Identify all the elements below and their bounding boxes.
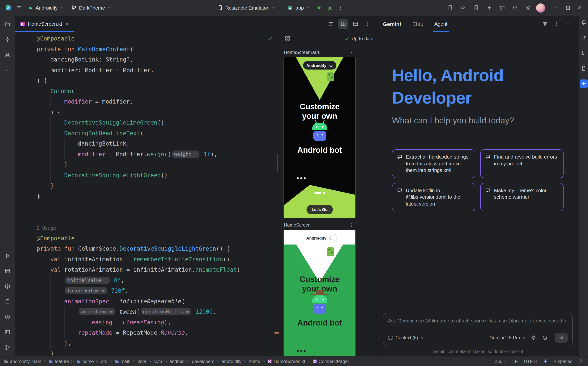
breadcrumb-developers[interactable]: developers xyxy=(192,358,214,364)
more-run-actions-button[interactable] xyxy=(336,3,345,13)
code-line[interactable]: targetValue = 720f, xyxy=(37,286,279,296)
main-menu-button[interactable] xyxy=(14,3,24,13)
preview-options-button[interactable] xyxy=(348,221,355,229)
code-line[interactable]: modifier: Modifier = Modifier, xyxy=(37,65,279,76)
gemini-prompt-box[interactable]: Ask Gemini, use @filename to attach sour… xyxy=(383,313,573,346)
run-configuration-selector[interactable]: app xyxy=(284,3,313,13)
file-encoding[interactable]: UTF-8 xyxy=(524,358,537,364)
gemini-more-button[interactable] xyxy=(551,19,561,29)
code-line[interactable]: Column( xyxy=(37,86,279,97)
send-button[interactable] xyxy=(555,333,568,343)
code-view-toggle[interactable] xyxy=(326,19,336,29)
code-line[interactable]: animation = tween(durationMillis = 12000… xyxy=(37,307,279,317)
editor-scrollbar-thumb[interactable] xyxy=(277,153,278,172)
gemini-toolbar-button[interactable] xyxy=(484,3,494,13)
indent-setting[interactable]: 4 spaces xyxy=(554,358,572,364)
code-line[interactable]: repeatMode = RepeatMode.Reverse, xyxy=(37,328,279,338)
code-line[interactable]: dancingBotLink, xyxy=(37,139,279,149)
commit-tool-window-button[interactable] xyxy=(2,34,13,45)
running-devices-tool-window-button[interactable] xyxy=(2,296,13,307)
settings-button[interactable] xyxy=(523,3,533,13)
close-tab-icon[interactable] xyxy=(65,22,69,26)
device-selector[interactable]: Resizable Emulator xyxy=(214,3,278,13)
code-line[interactable]: ) xyxy=(37,349,279,356)
pull-requests-tool-window-button[interactable] xyxy=(2,49,13,60)
project-tool-window-button[interactable] xyxy=(2,18,13,30)
breadcrumb-android[interactable]: android xyxy=(169,358,185,364)
model-dropdown[interactable]: Gemini 2.5 Pro xyxy=(489,335,520,340)
hide-panel-button[interactable] xyxy=(563,19,573,29)
device-manager-tool-window-button[interactable] xyxy=(579,49,588,57)
build-variants-tool-window-button[interactable] xyxy=(2,280,13,292)
suggestion-card-theme[interactable]: Make my Theme's color scheme warmer xyxy=(480,183,564,211)
code-line[interactable]: initialValue = 0f, xyxy=(37,275,279,286)
breadcrumb-home[interactable]: home xyxy=(249,358,260,364)
line-separator[interactable]: LF xyxy=(512,358,518,364)
notifications-button[interactable] xyxy=(579,18,588,27)
run-button[interactable] xyxy=(314,3,324,13)
design-view-toggle[interactable] xyxy=(350,19,360,29)
code-line[interactable]: DecorativeSquiggleLimeGreen() xyxy=(37,118,279,128)
preview-list[interactable]: HomeScreenDark Androidify xyxy=(279,45,376,356)
search-everywhere-button[interactable] xyxy=(510,3,520,13)
code-line[interactable]: 1 Usage xyxy=(37,223,279,233)
code-line[interactable] xyxy=(37,202,279,212)
ai-status-icon[interactable] xyxy=(543,359,548,364)
profiler-button[interactable] xyxy=(458,3,468,13)
readonly-lock-icon[interactable] xyxy=(579,359,583,364)
suggestion-card-build-errors[interactable]: Find and resolve build errors in my proj… xyxy=(480,149,564,178)
breadcrumb-CompactPager[interactable]: CompactPager xyxy=(313,358,349,364)
breadcrumb-home[interactable]: home xyxy=(76,358,94,364)
preview-options-button[interactable] xyxy=(348,48,355,56)
code-line[interactable]: ), xyxy=(37,338,279,349)
suggestion-card-update-kotlin[interactable]: Update kotlin in @libs.version.toml to t… xyxy=(392,183,475,211)
code-line[interactable]: DancingBotHeadlineText( xyxy=(37,128,279,139)
feedback-button[interactable] xyxy=(497,3,507,13)
breadcrumb-java[interactable]: java xyxy=(138,358,146,364)
code-editor-pane[interactable]: @Composableprivate fun MainHomeContent(d… xyxy=(15,32,279,356)
breadcrumb-main[interactable]: main xyxy=(115,358,130,364)
context-dropdown[interactable]: Context (6) xyxy=(396,335,418,340)
more-tool-windows-button[interactable] xyxy=(2,64,13,76)
debug-button[interactable] xyxy=(325,3,335,13)
code-line[interactable]: ) { xyxy=(37,107,279,118)
tab-agent[interactable]: Agent xyxy=(433,16,449,32)
breadcrumb-com[interactable]: com xyxy=(153,358,162,364)
minimize-window-button[interactable] xyxy=(550,2,562,14)
gemini-tool-window-button[interactable] xyxy=(579,79,588,88)
suggestion-card-strings[interactable]: Extract all hardcoded strings from this … xyxy=(392,149,475,178)
run-tool-window-button[interactable] xyxy=(2,250,13,261)
code-line[interactable]: modifier = Modifier.weight(weight = 1f), xyxy=(37,149,279,160)
preview-gallery-button[interactable] xyxy=(282,33,292,43)
breadcrumb-src[interactable]: src xyxy=(101,358,107,364)
code-line[interactable]: animationSpec = infiniteRepeatable( xyxy=(37,296,279,307)
problems-tool-window-button[interactable] xyxy=(2,311,13,322)
code-line[interactable]: private fun MainHomeContent( xyxy=(37,44,279,55)
gradle-tool-window-button[interactable] xyxy=(579,34,588,42)
project-selector[interactable]: Androidify xyxy=(24,3,67,13)
breadcrumb-HomeScreen.kt[interactable]: HomeScreen.kt xyxy=(267,358,305,364)
split-view-toggle[interactable] xyxy=(338,19,348,29)
code-line[interactable]: val rotationAnimation = infiniteAnimatio… xyxy=(37,265,279,275)
terminal-tool-window-button[interactable] xyxy=(2,326,13,338)
code-line[interactable]: easing = LinearEasing), xyxy=(37,317,279,328)
vcs-branch-selector[interactable]: DarkTheme xyxy=(68,3,115,13)
code-line[interactable]: @Composable xyxy=(37,34,279,44)
maximize-window-button[interactable] xyxy=(562,2,573,14)
code-line[interactable]: private fun ColumnScope.DecorativeSquigg… xyxy=(37,244,279,254)
version-control-tool-window-button[interactable] xyxy=(2,342,13,353)
clear-chat-button[interactable] xyxy=(540,19,550,29)
history-button[interactable] xyxy=(540,333,550,342)
tab-chat[interactable]: Chat xyxy=(411,16,424,32)
code-line[interactable]: @Composable xyxy=(37,233,279,244)
editor-options-button[interactable] xyxy=(363,19,373,29)
services-tool-window-button[interactable] xyxy=(2,265,13,277)
preview-render-homescreen[interactable]: Androidify Customize your own xyxy=(284,230,355,356)
code-line[interactable]: } xyxy=(37,181,279,191)
code-line[interactable]: DecorativeSquiggleLightGreen() xyxy=(37,170,279,181)
code-line[interactable]: ) xyxy=(37,160,279,170)
caret-position[interactable]: 255:1 xyxy=(495,358,506,364)
app-insights-tool-window-button[interactable] xyxy=(579,64,588,73)
code-line[interactable]: ) { xyxy=(37,76,279,86)
user-avatar[interactable] xyxy=(536,3,545,12)
